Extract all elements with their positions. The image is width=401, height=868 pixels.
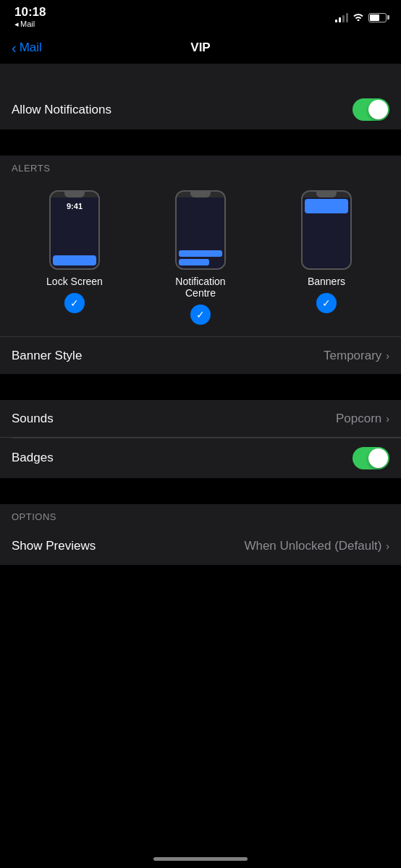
wifi-icon: [353, 12, 364, 23]
allow-notifications-row: Allow Notifications: [0, 90, 401, 129]
lock-screen-label: Lock Screen: [46, 276, 103, 287]
allow-notifications-label: Allow Notifications: [12, 103, 111, 117]
banner-style-value: Temporary: [324, 349, 381, 363]
toggle-knob: [368, 100, 388, 119]
notification-centre-label: Notification Centre: [161, 276, 240, 299]
back-button[interactable]: ‹ Mail: [12, 41, 42, 55]
battery-icon: [368, 13, 387, 22]
top-gap: [0, 64, 401, 90]
notif-centre-mockup: [175, 190, 226, 270]
battery-fill: [370, 14, 379, 21]
signal-bar-3: [342, 15, 345, 22]
gap-3: [0, 478, 401, 504]
banners-mockup: [301, 190, 352, 270]
status-carrier: ◂ Mail: [14, 20, 46, 29]
options-header-text: OPTIONS: [12, 511, 56, 522]
options-section-header: OPTIONS: [0, 504, 401, 527]
status-left: 10:18 ◂ Mail: [14, 6, 46, 29]
sounds-value-container: Popcorn ›: [336, 412, 389, 426]
sounds-row[interactable]: Sounds Popcorn ›: [0, 400, 401, 438]
ls-notification-bar: [53, 255, 96, 265]
lock-screen-mockup: 9:41: [49, 190, 100, 270]
status-time: 10:18: [14, 6, 46, 20]
show-previews-row[interactable]: Show Previews When Unlocked (Default) ›: [0, 527, 401, 565]
show-previews-chevron-icon: ›: [386, 540, 389, 552]
back-arrow-icon: ◂: [14, 20, 19, 29]
alerts-section: ALERTS 9:41 Lock Screen ✓: [0, 156, 401, 374]
signal-bar-4: [346, 13, 348, 22]
check-icon: ✓: [70, 297, 79, 309]
allow-notifications-section: Allow Notifications: [0, 90, 401, 129]
status-right: [335, 12, 387, 23]
sounds-label: Sounds: [12, 412, 54, 426]
check-icon-2: ✓: [196, 309, 205, 320]
alert-lock-screen[interactable]: 9:41 Lock Screen ✓: [35, 190, 114, 313]
home-indicator: [153, 857, 248, 861]
banner-notif-bar: [305, 199, 348, 213]
options-section: OPTIONS Show Previews When Unlocked (Def…: [0, 504, 401, 565]
banners-label: Banners: [308, 276, 345, 287]
badges-row: Badges: [0, 438, 401, 478]
sounds-badges-section: Sounds Popcorn › Badges: [0, 400, 401, 478]
phone-notch-2: [190, 192, 211, 197]
ls-time-text: 9:41: [53, 200, 96, 210]
sounds-value: Popcorn: [336, 412, 381, 426]
check-icon-3: ✓: [322, 297, 331, 309]
show-previews-value-container: When Unlocked (Default) ›: [244, 539, 389, 553]
badges-toggle[interactable]: [353, 447, 389, 469]
signal-bar-1: [335, 20, 337, 22]
alert-notification-centre[interactable]: Notification Centre ✓: [161, 190, 240, 325]
alerts-header-text: ALERTS: [12, 163, 50, 174]
phone-notch-3: [316, 192, 337, 197]
lock-screen-check: ✓: [64, 293, 85, 313]
lock-screen-display: 9:41: [51, 197, 98, 268]
signal-bars-icon: [335, 12, 348, 22]
badges-toggle-knob: [368, 448, 388, 468]
banner-style-row[interactable]: Banner Style Temporary ›: [0, 336, 401, 374]
alerts-container: 9:41 Lock Screen ✓ Notification Centre ✓: [0, 179, 401, 336]
back-label: Mail: [20, 41, 42, 55]
carrier-name: Mail: [20, 20, 35, 28]
signal-bar-2: [339, 17, 341, 22]
show-previews-value: When Unlocked (Default): [244, 539, 381, 553]
nc-notif-2: [179, 259, 209, 265]
allow-notifications-toggle[interactable]: [353, 98, 389, 121]
banners-check: ✓: [316, 293, 337, 313]
alerts-section-header: ALERTS: [0, 156, 401, 179]
alert-banners[interactable]: Banners ✓: [287, 190, 366, 313]
banner-style-label: Banner Style: [12, 349, 82, 363]
nc-notif-1: [179, 250, 222, 257]
sounds-chevron-icon: ›: [386, 413, 389, 425]
banner-style-chevron-icon: ›: [386, 350, 389, 362]
notification-centre-check: ✓: [190, 305, 211, 325]
status-bar: 10:18 ◂ Mail: [0, 0, 401, 32]
notif-centre-display: [177, 197, 224, 268]
banners-display: [303, 197, 350, 268]
back-chevron-icon: ‹: [12, 41, 17, 55]
phone-notch: [64, 192, 85, 197]
nav-bar: ‹ Mail VIP: [0, 32, 401, 64]
show-previews-label: Show Previews: [12, 539, 96, 553]
badges-label: Badges: [12, 451, 54, 465]
page-title: VIP: [190, 41, 210, 55]
gap-2: [0, 374, 401, 400]
banner-style-value-container: Temporary ›: [324, 349, 389, 363]
gap-1: [0, 129, 401, 156]
